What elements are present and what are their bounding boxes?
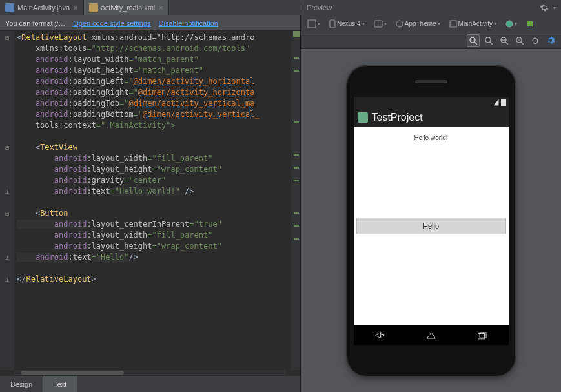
refresh-icon[interactable] xyxy=(529,34,542,47)
recent-icon xyxy=(476,331,489,340)
scroll-thumb[interactable] xyxy=(21,371,124,375)
preview-toolbar: ▾ Nexus 4▾ ▾ AppTheme▾ MainActivity▾ ▾ xyxy=(301,15,561,32)
svg-point-7 xyxy=(470,37,475,43)
close-icon[interactable]: × xyxy=(159,4,163,12)
zoom-out-icon[interactable] xyxy=(513,34,526,47)
notification-bar: You can format y… Open code style settin… xyxy=(0,15,300,31)
preview-zoom-toolbar xyxy=(301,32,561,49)
app-icon xyxy=(358,112,368,123)
hello-textview: Hello world! xyxy=(414,134,447,141)
back-icon xyxy=(373,331,386,340)
close-icon[interactable]: × xyxy=(74,4,77,12)
gutter: ⊟ ⊟ ⊥ ⊟ ⊥ ⊥ xyxy=(0,31,14,370)
svg-rect-4 xyxy=(450,21,456,27)
svg-point-3 xyxy=(396,21,403,27)
home-icon xyxy=(425,331,438,340)
zoom-in-icon[interactable] xyxy=(498,34,511,47)
fold-icon[interactable]: ⊟ xyxy=(0,32,14,43)
inspection-status-icon[interactable] xyxy=(293,31,300,37)
open-code-style-link[interactable]: Open code style settings xyxy=(73,19,150,27)
zoom-fit-icon[interactable] xyxy=(467,34,480,47)
tab-label: MainActivity.java xyxy=(17,4,70,12)
code-content[interactable]: <RelativeLayout xmlns:android="http://sc… xyxy=(14,31,291,370)
svg-line-14 xyxy=(505,42,508,45)
svg-line-17 xyxy=(521,42,524,45)
device-screen: TestProject Hello world! Hello xyxy=(354,97,509,345)
activity-label: MainActivity xyxy=(458,20,493,27)
orientation-selector[interactable]: ▾ xyxy=(371,19,389,29)
gear-icon[interactable] xyxy=(538,1,551,14)
hello-button[interactable]: Hello xyxy=(356,218,506,234)
battery-icon xyxy=(501,99,506,106)
preview-pane: ▾ Nexus 4▾ ▾ AppTheme▾ MainActivity▾ ▾ xyxy=(301,15,561,392)
error-stripe[interactable] xyxy=(291,31,300,370)
svg-rect-6 xyxy=(527,21,533,26)
svg-line-8 xyxy=(474,42,477,45)
code-editor[interactable]: ⊟ ⊟ ⊥ ⊟ ⊥ ⊥ <RelativeLayout xmlns:androi… xyxy=(0,31,300,370)
app-action-bar: TestProject xyxy=(354,108,509,127)
svg-point-5 xyxy=(506,21,513,27)
java-file-icon xyxy=(5,3,14,12)
theme-label: AppTheme xyxy=(405,20,436,27)
render-config-button[interactable]: ▾ xyxy=(305,18,323,30)
fold-end-icon[interactable]: ⊥ xyxy=(0,252,14,263)
preview-panel-header: Preview ▾ xyxy=(301,1,561,14)
device-speaker xyxy=(415,80,447,83)
settings-icon[interactable] xyxy=(544,34,557,47)
fold-icon[interactable]: ⊟ xyxy=(0,142,14,153)
theme-selector[interactable]: AppTheme▾ xyxy=(393,19,443,29)
editor-mode-tabs: Design Text xyxy=(0,375,300,392)
device-frame: TestProject Hello world! Hello xyxy=(347,66,515,376)
horizontal-scrollbar[interactable] xyxy=(14,370,286,375)
fold-end-icon[interactable]: ⊥ xyxy=(0,186,14,197)
tab-xml[interactable]: activity_main.xml × xyxy=(84,0,169,15)
nav-bar xyxy=(354,325,509,345)
status-bar xyxy=(354,97,509,108)
tab-text[interactable]: Text xyxy=(43,376,77,392)
svg-line-10 xyxy=(490,42,493,45)
svg-rect-1 xyxy=(330,20,335,28)
fold-icon[interactable]: ⊟ xyxy=(0,208,14,219)
fold-end-icon[interactable]: ⊥ xyxy=(0,274,14,285)
editor-pane: You can format y… Open code style settin… xyxy=(0,15,301,392)
xml-file-icon xyxy=(89,3,98,12)
activity-selector[interactable]: MainActivity▾ xyxy=(447,19,499,29)
device-label: Nexus 4 xyxy=(337,20,361,27)
tab-label: activity_main.xml xyxy=(101,4,156,12)
app-title: TestProject xyxy=(372,112,423,123)
tab-design[interactable]: Design xyxy=(0,376,43,392)
app-content: Hello world! Hello xyxy=(354,127,509,325)
signal-icon xyxy=(494,99,499,106)
svg-rect-0 xyxy=(308,20,316,28)
tab-bar: MainActivity.java × activity_main.xml × … xyxy=(0,0,561,15)
device-selector[interactable]: Nexus 4▾ xyxy=(327,18,367,30)
svg-rect-2 xyxy=(374,21,382,27)
zoom-actual-icon[interactable] xyxy=(482,34,495,47)
locale-selector[interactable]: ▾ xyxy=(503,19,520,29)
hint-text: You can format y… xyxy=(5,19,65,27)
api-selector[interactable] xyxy=(524,19,536,29)
svg-point-9 xyxy=(485,37,491,43)
preview-title: Preview xyxy=(307,4,332,12)
disable-notification-link[interactable]: Disable notification xyxy=(159,19,218,27)
device-canvas[interactable]: TestProject Hello world! Hello xyxy=(301,49,561,392)
dropdown-arrow-icon[interactable]: ▾ xyxy=(553,5,556,11)
tab-java[interactable]: MainActivity.java × xyxy=(0,0,84,15)
